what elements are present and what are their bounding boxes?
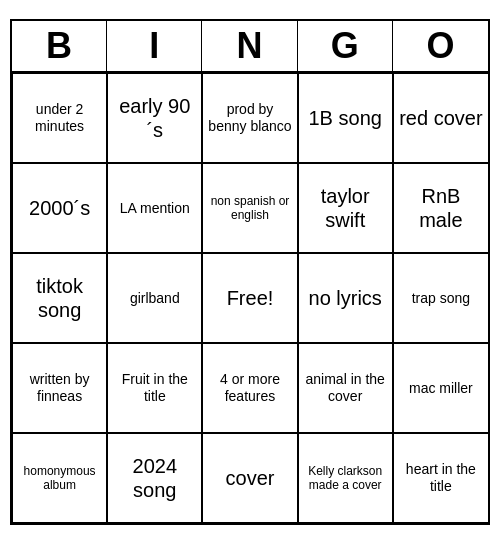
bingo-cell-19: mac miller xyxy=(393,343,488,433)
bingo-cell-11: girlband xyxy=(107,253,202,343)
bingo-cell-6: LA mention xyxy=(107,163,202,253)
bingo-header: BINGO xyxy=(12,21,488,73)
bingo-cell-18: animal in the cover xyxy=(298,343,393,433)
header-letter-g: G xyxy=(298,21,393,71)
bingo-cell-24: heart in the title xyxy=(393,433,488,523)
bingo-cell-7: non spanish or english xyxy=(202,163,297,253)
bingo-cell-14: trap song xyxy=(393,253,488,343)
bingo-cell-13: no lyrics xyxy=(298,253,393,343)
bingo-cell-0: under 2 minutes xyxy=(12,73,107,163)
bingo-cell-1: early 90´s xyxy=(107,73,202,163)
bingo-cell-9: RnB male xyxy=(393,163,488,253)
bingo-cell-20: homonymous album xyxy=(12,433,107,523)
bingo-cell-5: 2000´s xyxy=(12,163,107,253)
bingo-cell-17: 4 or more features xyxy=(202,343,297,433)
bingo-cell-4: red cover xyxy=(393,73,488,163)
bingo-cell-10: tiktok song xyxy=(12,253,107,343)
bingo-cell-21: 2024 song xyxy=(107,433,202,523)
bingo-cell-8: taylor swift xyxy=(298,163,393,253)
bingo-cell-23: Kelly clarkson made a cover xyxy=(298,433,393,523)
bingo-card: BINGO under 2 minutesearly 90´sprod by b… xyxy=(10,19,490,525)
header-letter-o: O xyxy=(393,21,488,71)
bingo-cell-3: 1B song xyxy=(298,73,393,163)
bingo-cell-12: Free! xyxy=(202,253,297,343)
header-letter-b: B xyxy=(12,21,107,71)
bingo-cell-16: Fruit in the title xyxy=(107,343,202,433)
bingo-cell-22: cover xyxy=(202,433,297,523)
bingo-grid: under 2 minutesearly 90´sprod by benny b… xyxy=(12,73,488,523)
bingo-cell-2: prod by benny blanco xyxy=(202,73,297,163)
header-letter-n: N xyxy=(202,21,297,71)
bingo-cell-15: written by finneas xyxy=(12,343,107,433)
header-letter-i: I xyxy=(107,21,202,71)
